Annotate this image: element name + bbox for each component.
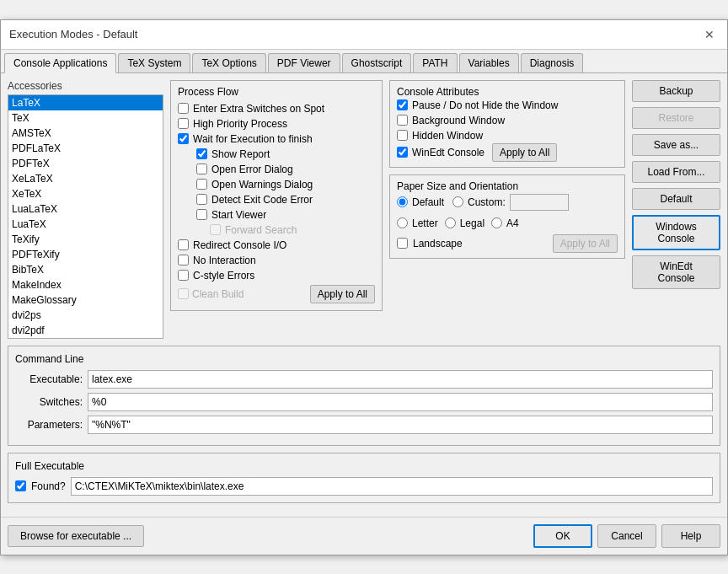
pause-hide-checkbox[interactable]	[397, 99, 408, 110]
high-priority-label: High Priority Process	[193, 118, 287, 130]
tab-tex-system[interactable]: TeX System	[118, 53, 190, 72]
winedt-console-checkbox[interactable]	[397, 147, 408, 158]
tab-path[interactable]: PATH	[413, 53, 457, 72]
redirect-console-checkbox[interactable]	[178, 239, 189, 250]
list-item[interactable]: TeXify	[8, 232, 163, 247]
show-report-checkbox[interactable]	[196, 148, 207, 159]
enter-extra-label: Enter Extra Switches on Spot	[193, 103, 324, 115]
hidden-window-checkbox[interactable]	[397, 130, 408, 141]
hidden-window-row: Hidden Window	[397, 128, 618, 143]
no-interaction-checkbox[interactable]	[178, 255, 189, 266]
switches-input[interactable]	[88, 393, 713, 411]
start-viewer-row: Start Viewer	[178, 207, 375, 223]
custom-radio[interactable]	[452, 196, 463, 207]
parameters-input[interactable]	[88, 416, 713, 434]
open-error-label: Open Error Dialog	[211, 164, 293, 175]
right-panel: Console Attributes Pause / Do not Hide t…	[389, 80, 625, 339]
restore-button[interactable]: Restore	[632, 107, 720, 129]
start-viewer-checkbox[interactable]	[196, 209, 207, 220]
wait-exec-label: Wait for Execution to finish	[193, 133, 313, 145]
detect-exit-checkbox[interactable]	[196, 194, 207, 205]
custom-radio-label: Custom:	[468, 196, 506, 208]
letter-radio[interactable]	[397, 217, 408, 228]
list-item[interactable]: dvi2ps	[8, 308, 163, 323]
open-error-row: Open Error Dialog	[178, 162, 375, 177]
open-warnings-checkbox[interactable]	[196, 179, 207, 190]
executable-input[interactable]	[88, 370, 713, 389]
console-apply-all-button[interactable]: Apply to All	[492, 143, 557, 162]
load-from-button[interactable]: Load From...	[632, 161, 720, 183]
no-interaction-row: No Interaction	[178, 253, 375, 268]
list-item[interactable]: PDFTeX	[8, 156, 163, 171]
list-item[interactable]: TeX	[8, 110, 163, 126]
full-path-input[interactable]	[71, 477, 713, 496]
list-item[interactable]: LuaTeX	[8, 217, 163, 232]
wait-exec-checkbox[interactable]	[178, 133, 189, 144]
switches-label: Switches:	[15, 396, 83, 408]
list-item[interactable]: LaTeX	[8, 95, 163, 110]
bottom-section: Command Line Executable: Switches: Param…	[1, 346, 727, 517]
paper-apply-all-button[interactable]: Apply to All	[553, 234, 618, 253]
tab-diagnosis[interactable]: Diagnosis	[521, 53, 584, 72]
list-item[interactable]: ps2pdf	[8, 338, 163, 339]
ok-button[interactable]: OK	[533, 524, 592, 548]
list-item[interactable]: AMSTeX	[8, 126, 163, 141]
windows-console-button[interactable]: Windows Console	[632, 215, 720, 250]
save-as-button[interactable]: Save as...	[632, 134, 720, 156]
content-area: Accessories LaTeX TeX AMSTeX PDFLaTeX PD…	[1, 73, 727, 346]
tab-variables[interactable]: Variables	[459, 53, 519, 72]
main-window: Execution Modes - Default ✕ Console Appl…	[0, 19, 728, 555]
console-attributes-title: Console Attributes	[397, 86, 618, 98]
letter-radio-label: Letter	[412, 217, 438, 229]
process-flow-apply-all-button[interactable]: Apply to All	[310, 285, 375, 303]
tab-tex-options[interactable]: TeX Options	[192, 53, 265, 72]
list-item[interactable]: PDFTeXify	[8, 247, 163, 262]
c-style-checkbox[interactable]	[178, 270, 189, 281]
enter-extra-checkbox[interactable]	[178, 103, 189, 114]
high-priority-row: High Priority Process	[178, 116, 375, 131]
list-item[interactable]: PDFLaTeX	[8, 141, 163, 156]
default-button[interactable]: Default	[632, 188, 720, 210]
forward-search-row: Forward Search	[178, 223, 375, 238]
middle-panel: Process Flow Enter Extra Switches on Spo…	[170, 80, 383, 339]
list-item[interactable]: BibTeX	[8, 262, 163, 277]
cancel-button[interactable]: Cancel	[597, 524, 656, 548]
open-error-checkbox[interactable]	[196, 164, 207, 174]
legal-radio[interactable]	[445, 217, 456, 228]
switches-row: Switches:	[15, 393, 713, 411]
clean-build-checkbox[interactable]	[178, 288, 189, 299]
winedt-console-button[interactable]: WinEdt Console	[632, 255, 720, 289]
custom-input[interactable]	[510, 194, 569, 211]
accessories-panel: Accessories LaTeX TeX AMSTeX PDFLaTeX PD…	[8, 80, 163, 339]
high-priority-checkbox[interactable]	[178, 118, 189, 129]
list-item[interactable]: LuaLaTeX	[8, 201, 163, 217]
executable-label: Executable:	[15, 373, 83, 385]
tab-console-applications[interactable]: Console Applications	[4, 53, 116, 73]
list-item[interactable]: XeTeX	[8, 186, 163, 201]
list-item[interactable]: MakeGlossary	[8, 292, 163, 308]
list-item[interactable]: MakeIndex	[8, 277, 163, 292]
list-item[interactable]: XeLaTeX	[8, 171, 163, 186]
found-checkbox[interactable]	[15, 480, 26, 491]
tab-pdf-viewer[interactable]: PDF Viewer	[268, 53, 340, 72]
detect-exit-row: Detect Exit Code Error	[178, 192, 375, 207]
pause-hide-row: Pause / Do not Hide the Window	[397, 98, 618, 113]
default-radio[interactable]	[397, 196, 408, 207]
help-button[interactable]: Help	[661, 524, 720, 548]
close-button[interactable]: ✕	[700, 25, 719, 44]
parameters-row: Parameters:	[15, 416, 713, 434]
browse-executable-button[interactable]: Browse for executable ...	[8, 525, 144, 547]
list-item[interactable]: dvi2pdf	[8, 323, 163, 338]
backup-button[interactable]: Backup	[632, 80, 720, 102]
a4-radio[interactable]	[491, 217, 502, 228]
forward-search-checkbox[interactable]	[210, 224, 221, 235]
pause-hide-label: Pause / Do not Hide the Window	[412, 99, 558, 111]
forward-search-label: Forward Search	[225, 224, 297, 236]
footer-bar: Browse for executable ... OK Cancel Help	[1, 517, 727, 555]
landscape-checkbox[interactable]	[397, 238, 408, 249]
paper-size-box: Paper Size and Orientation Default Custo…	[389, 174, 625, 259]
tab-ghostscript[interactable]: Ghostscript	[342, 53, 412, 72]
legal-radio-row: Legal	[445, 216, 484, 231]
start-viewer-label: Start Viewer	[211, 209, 266, 221]
background-checkbox[interactable]	[397, 115, 408, 126]
